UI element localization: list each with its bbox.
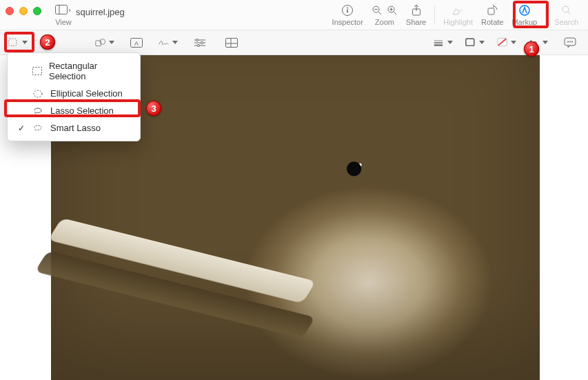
rotate-label: Rotate [481, 18, 503, 26]
share-button[interactable]: Share [402, 3, 430, 26]
svg-point-42 [569, 41, 571, 42]
ellipse-selection-icon [32, 90, 43, 98]
rotate-icon [486, 3, 498, 18]
border-color-button[interactable] [465, 33, 485, 52]
shapes-button[interactable] [95, 33, 114, 52]
svg-point-45 [34, 90, 42, 97]
svg-point-28 [201, 41, 203, 43]
selection-tool-menu: Rectangular Selection Elliptical Selecti… [7, 52, 141, 141]
svg-point-21 [100, 39, 105, 44]
smart-lasso-icon [32, 124, 43, 132]
annotate-button[interactable] [560, 33, 580, 52]
annotation-number-3: 3 [146, 101, 161, 116]
toolbar-separator [434, 6, 435, 25]
close-window-button[interactable] [6, 7, 14, 15]
svg-rect-15 [488, 8, 494, 14]
markup-toolbar: A Aa [0, 30, 588, 55]
svg-point-41 [567, 41, 569, 42]
highlight-label: Highlight [443, 18, 473, 26]
svg-rect-36 [466, 39, 474, 46]
document-title: squirrel.jpeg [76, 3, 125, 17]
highlight-button[interactable]: Highlight [439, 3, 477, 26]
annotation-number-2: 2 [40, 34, 55, 50]
adjust-color-button[interactable] [190, 33, 210, 52]
svg-rect-0 [56, 6, 68, 14]
chevron-down-icon [511, 41, 516, 44]
shape-style-button[interactable] [434, 33, 453, 52]
chevron-down-icon [479, 41, 485, 44]
svg-line-9 [394, 12, 396, 14]
svg-point-29 [197, 44, 199, 46]
adjust-size-button[interactable] [222, 33, 241, 52]
zoom-controls[interactable]: Zoom [367, 3, 402, 26]
inspector-label: Inspector [332, 18, 363, 26]
fill-color-button[interactable] [497, 33, 516, 52]
search-label: Search [554, 18, 578, 26]
search-button[interactable]: Search [550, 3, 582, 26]
svg-line-6 [378, 12, 381, 14]
rotate-button[interactable]: Rotate [477, 3, 507, 26]
svg-point-43 [571, 41, 573, 42]
check-icon: ✓ [17, 123, 26, 133]
svg-line-14 [460, 10, 462, 11]
chevron-down-icon [172, 41, 178, 44]
svg-point-17 [562, 6, 569, 12]
svg-point-3 [347, 8, 348, 9]
view-menu-button[interactable]: View [51, 3, 76, 26]
annotation-number-1: 1 [524, 41, 539, 57]
info-icon [341, 3, 354, 18]
menu-item-rectangular-selection[interactable]: Rectangular Selection [8, 57, 140, 85]
zoom-window-button[interactable] [33, 7, 41, 15]
inspector-button[interactable]: Inspector [328, 3, 367, 26]
svg-rect-30 [226, 38, 238, 47]
chevron-down-icon [109, 41, 114, 44]
chevron-down-icon [447, 41, 453, 44]
highlight-icon [452, 3, 465, 18]
search-icon [561, 3, 572, 18]
annotation-box-3 [4, 99, 141, 117]
share-icon [411, 3, 422, 18]
share-label: Share [406, 18, 426, 26]
text-button[interactable]: A [127, 33, 146, 52]
rectangle-selection-icon [32, 67, 42, 75]
annotation-box-1 [513, 1, 549, 28]
menu-item-label: Rectangular Selection [49, 61, 130, 81]
menu-item-smart-lasso[interactable]: ✓ Smart Lasso [8, 119, 140, 137]
view-label: View [55, 18, 72, 26]
minimize-window-button[interactable] [19, 7, 28, 15]
menu-item-label: Smart Lasso [50, 123, 101, 133]
svg-point-27 [196, 39, 198, 41]
sign-button[interactable] [159, 33, 178, 52]
svg-rect-4 [347, 10, 348, 13]
svg-line-18 [568, 12, 571, 14]
svg-text:A: A [134, 39, 139, 46]
zoom-icon [372, 3, 398, 18]
zoom-label: Zoom [375, 18, 394, 26]
titlebar: View squirrel.jpeg Inspector Zoom Share [0, 0, 588, 30]
chevron-down-icon [543, 41, 548, 44]
window-controls [6, 3, 41, 15]
sidebar-icon [55, 3, 72, 18]
svg-rect-44 [32, 68, 41, 75]
annotation-box-2 [4, 32, 34, 52]
menu-item-label: Elliptical Selection [50, 88, 123, 99]
